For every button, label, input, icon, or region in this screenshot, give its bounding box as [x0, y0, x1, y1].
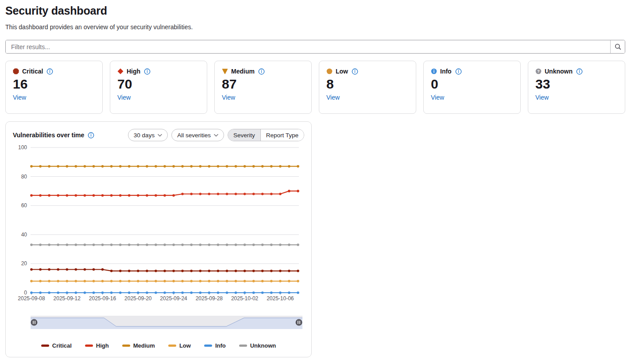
- severity-card-high: High 70 View: [110, 61, 207, 114]
- severity-count: 33: [535, 77, 618, 92]
- view-link[interactable]: View: [431, 94, 444, 101]
- legend-label: High: [96, 342, 109, 349]
- severity-card-label: Unknown: [545, 68, 573, 75]
- severity-card-label: Info: [440, 68, 452, 75]
- svg-text:2025-10-02: 2025-10-02: [231, 295, 259, 302]
- legend-label: Low: [179, 342, 191, 349]
- svg-text:0: 0: [24, 290, 27, 296]
- low-severity-icon: [326, 68, 333, 74]
- legend-swatch: [204, 345, 212, 347]
- chart-legend: CriticalHighMediumLowInfoUnknown: [13, 342, 304, 349]
- date-range-dropdown[interactable]: 30 days: [128, 129, 168, 141]
- severity-card-critical: Critical 16 View: [5, 61, 103, 114]
- chart-area: 0204060801002025-09-082025-09-122025-09-…: [13, 145, 304, 304]
- view-link[interactable]: View: [535, 94, 549, 101]
- info-icon[interactable]: [88, 132, 94, 139]
- svg-text:2025-09-24: 2025-09-24: [160, 295, 187, 302]
- severities-dropdown[interactable]: All severities: [171, 129, 224, 141]
- high-severity-icon: [117, 68, 124, 74]
- severity-card-label: Low: [336, 68, 348, 75]
- date-range-value: 30 days: [134, 132, 155, 139]
- svg-text:2025-09-16: 2025-09-16: [89, 295, 116, 302]
- vulnerabilities-line-chart: 0204060801002025-09-082025-09-122025-09-…: [13, 145, 305, 302]
- legend-swatch: [41, 345, 49, 347]
- svg-text:2025-09-08: 2025-09-08: [18, 295, 45, 302]
- legend-item-critical[interactable]: Critical: [41, 342, 72, 349]
- legend-swatch: [168, 345, 176, 347]
- severity-count: 16: [13, 77, 95, 92]
- svg-text:2025-09-28: 2025-09-28: [196, 295, 223, 302]
- svg-text:2025-09-12: 2025-09-12: [54, 295, 81, 302]
- info-icon[interactable]: [144, 68, 151, 75]
- svg-text:60: 60: [21, 202, 27, 209]
- search-button[interactable]: [610, 40, 625, 53]
- legend-swatch: [85, 345, 93, 347]
- svg-text:80: 80: [21, 174, 27, 180]
- info-severity-icon: [431, 68, 437, 74]
- severity-count: 8: [326, 77, 409, 92]
- security-dashboard-page: Security dashboard This dashboard provid…: [0, 0, 631, 357]
- view-link[interactable]: View: [326, 94, 340, 101]
- chart-zoom-slider[interactable]: [31, 316, 304, 331]
- svg-text:100: 100: [18, 145, 27, 151]
- info-icon[interactable]: [46, 68, 53, 75]
- legend-item-unknown[interactable]: Unknown: [239, 342, 276, 349]
- severity-card-label: High: [127, 68, 140, 75]
- svg-text:2025-09-20: 2025-09-20: [124, 295, 152, 302]
- severity-card-medium: Medium 87 View: [214, 61, 312, 114]
- view-link[interactable]: View: [117, 94, 131, 101]
- legend-item-high[interactable]: High: [85, 342, 109, 349]
- severities-value: All severities: [177, 132, 211, 139]
- svg-text:?: ?: [537, 69, 540, 74]
- info-icon[interactable]: [258, 68, 265, 75]
- medium-severity-icon: [222, 68, 228, 74]
- zoom-handle-right[interactable]: [296, 319, 302, 326]
- page-title: Security dashboard: [5, 4, 625, 17]
- svg-text:20: 20: [21, 260, 27, 267]
- vulnerabilities-over-time-panel: Vulnerabilities over time 30 days All se…: [5, 121, 312, 357]
- page-subtitle: This dashboard provides an overview of y…: [5, 23, 625, 31]
- filter-input[interactable]: [6, 40, 610, 53]
- legend-swatch: [239, 345, 247, 347]
- severity-card-label: Medium: [231, 68, 255, 75]
- info-icon[interactable]: [352, 68, 358, 75]
- legend-item-low[interactable]: Low: [168, 342, 191, 349]
- severity-card-info: Info 0 View: [423, 61, 521, 114]
- severity-card-label: Critical: [22, 68, 43, 75]
- toggle-severity[interactable]: Severity: [228, 129, 261, 141]
- legend-item-medium[interactable]: Medium: [122, 342, 155, 349]
- zoom-slider-track[interactable]: [31, 316, 302, 329]
- chevron-down-icon: [214, 134, 218, 137]
- svg-text:2025-10-06: 2025-10-06: [267, 295, 294, 302]
- legend-label: Info: [215, 342, 226, 349]
- info-icon[interactable]: [576, 68, 583, 75]
- group-by-toggle: Severity Report Type: [228, 129, 304, 141]
- severity-count: 87: [222, 77, 304, 92]
- chart-title: Vulnerabilities over time: [13, 132, 84, 139]
- severity-card-unknown: ? Unknown 33 View: [528, 61, 625, 114]
- severity-count: 70: [117, 77, 200, 92]
- unknown-severity-icon: ?: [535, 68, 542, 74]
- severity-card-low: Low 8 View: [319, 61, 416, 114]
- severity-cards-row: Critical 16 View High 70 View: [5, 61, 625, 114]
- info-icon[interactable]: [455, 68, 462, 75]
- zoom-handle-left[interactable]: [31, 319, 38, 326]
- view-link[interactable]: View: [222, 94, 235, 101]
- view-link[interactable]: View: [13, 94, 26, 101]
- legend-item-info[interactable]: Info: [204, 342, 226, 349]
- legend-label: Medium: [133, 342, 155, 349]
- critical-severity-icon: [13, 68, 19, 74]
- search-icon: [615, 43, 621, 50]
- chevron-down-icon: [158, 134, 162, 137]
- legend-swatch: [122, 345, 130, 347]
- filter-bar: [5, 40, 625, 54]
- svg-text:40: 40: [21, 232, 27, 238]
- legend-label: Unknown: [250, 342, 276, 349]
- toggle-report-type[interactable]: Report Type: [261, 129, 304, 141]
- legend-label: Critical: [52, 342, 72, 349]
- severity-count: 0: [431, 77, 513, 92]
